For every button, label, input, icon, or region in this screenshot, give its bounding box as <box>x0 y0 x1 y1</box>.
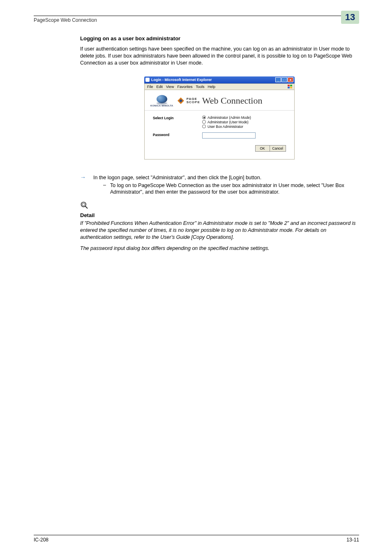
konica-minolta-text: KONICA MINOLTA <box>150 104 173 107</box>
instruction-sub: To log on to PageScope Web Connection as… <box>110 182 359 196</box>
footer-model: IC-208 <box>34 537 48 543</box>
window-minimize-button[interactable]: _ <box>275 77 281 82</box>
footer-page-number: 13-11 <box>346 537 359 543</box>
password-label: Password <box>153 132 202 139</box>
chapter-number: 13 <box>345 12 355 23</box>
password-input[interactable] <box>202 132 256 139</box>
radio-user-box-admin[interactable]: User Box Administrator <box>202 125 286 129</box>
cancel-button[interactable]: Cancel <box>270 145 286 152</box>
svg-point-7 <box>82 203 85 206</box>
menu-tools[interactable]: Tools <box>196 85 204 89</box>
section-title: Logging on as a user box administrator <box>80 35 359 42</box>
menu-favorites[interactable]: Favorites <box>177 85 192 89</box>
window-titlebar: Login - Microsoft Internet Explorer _ □ … <box>144 76 295 83</box>
menu-file[interactable]: File <box>147 85 153 89</box>
instruction-main: In the logon page, select "Administrator… <box>93 174 359 181</box>
svg-rect-3 <box>290 87 292 88</box>
window-maximize-button[interactable]: □ <box>281 77 287 82</box>
menu-edit[interactable]: Edit <box>157 85 163 89</box>
detail-paragraph-1: If "Prohibited Functions When Authentica… <box>80 220 359 241</box>
radio-label: Administrator (Admin Mode) <box>208 116 251 120</box>
konica-minolta-logo: KONICA MINOLTA <box>150 95 173 107</box>
detail-paragraph-2: The password input dialog box differs de… <box>80 245 359 252</box>
arrow-right-icon: → <box>80 174 86 180</box>
menu-help[interactable]: Help <box>208 85 215 89</box>
select-login-label: Select Login <box>153 116 202 129</box>
radio-label: Administrator (User Mode) <box>208 120 249 124</box>
detail-heading: Detail <box>80 212 359 218</box>
embedded-screenshot: Login - Microsoft Internet Explorer _ □ … <box>144 76 295 160</box>
radio-icon <box>202 116 206 119</box>
pagescope-logo: PAGE SCOPE Web Connection <box>177 95 263 106</box>
magnifier-icon <box>80 201 359 211</box>
header-breadcrumb: PageScope Web Connection <box>34 17 97 23</box>
ie-icon <box>145 78 150 82</box>
radio-admin-admin-mode[interactable]: Administrator (Admin Mode) <box>202 116 286 120</box>
radio-label: User Box Administrator <box>208 125 243 129</box>
section-intro: If user authentication settings have bee… <box>80 46 359 67</box>
brand-scope: SCOPE <box>187 101 200 104</box>
menu-bar: File Edit View Favorites Tools Help <box>144 83 295 90</box>
dash-bullet-icon: – <box>103 182 106 196</box>
windows-flag-icon <box>288 85 293 89</box>
ok-button[interactable]: OK <box>255 145 270 152</box>
radio-icon <box>202 125 206 128</box>
svg-line-8 <box>85 206 88 208</box>
svg-rect-2 <box>288 87 290 88</box>
menu-view[interactable]: View <box>166 85 174 89</box>
pagescope-mark-icon <box>177 97 185 105</box>
radio-admin-user-mode[interactable]: Administrator (User Mode) <box>202 120 286 124</box>
svg-rect-1 <box>290 85 292 86</box>
svg-rect-0 <box>288 85 290 86</box>
window-title: Login - Microsoft Internet Explorer <box>151 78 212 82</box>
chapter-badge: 13 <box>341 11 359 24</box>
globe-icon <box>157 95 167 103</box>
window-close-button[interactable]: X <box>288 77 293 82</box>
brand-webconnection: Web Connection <box>202 95 263 106</box>
radio-icon <box>202 120 206 124</box>
